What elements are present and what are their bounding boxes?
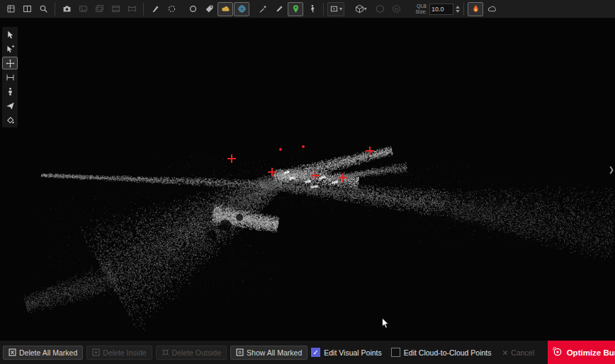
edit-visual-points-checkbox[interactable]: ✓ Edit Visual Points [311,348,382,357]
move-tool-button[interactable] [2,57,18,69]
select-tool-button[interactable] [2,28,18,41]
walk-tool-button[interactable] [304,2,320,16]
photo-icon [79,4,88,13]
button-label: Show All Marked [247,348,302,357]
workspace-icon [6,4,16,13]
paper-plane-icon [6,101,15,110]
checkbox-label: Edit Visual Points [324,348,382,357]
cursor-icon [6,30,15,40]
cube-m-button[interactable]: M [388,2,404,16]
delete-inside-button[interactable]: Delete Inside [86,346,152,360]
person-icon [6,87,15,96]
process-button[interactable] [468,2,483,16]
wand-tool-button[interactable] [255,2,271,16]
control-point-dot[interactable] [279,148,282,151]
cube-alt-button[interactable] [372,2,388,16]
pencil-icon [275,4,284,13]
chevron-down-icon: ▾ [364,6,367,12]
show-all-marked-button[interactable]: Show All Marked [230,346,308,360]
knife-tool-button[interactable] [147,2,163,16]
select-marked-tool-button[interactable] [2,42,18,55]
marker-layer [0,18,615,340]
paint-tool-button[interactable] [2,113,18,126]
pin-tool-button[interactable] [288,2,303,16]
paint-bucket-icon [6,115,15,125]
control-point-marker[interactable] [366,147,374,155]
camera-button[interactable] [59,2,74,16]
cube-alt-icon [376,4,385,13]
control-point-marker[interactable] [227,154,236,163]
toolbar-separator [143,3,144,16]
show-marked-icon [236,348,244,356]
lasso-select-button[interactable] [164,2,179,16]
cube-icon [355,4,364,13]
circle-tool-button[interactable] [185,2,201,16]
qlb-size-input[interactable] [429,4,453,15]
move-icon [6,59,15,68]
toolbar-separator [463,3,464,16]
sphere-tool-button[interactable] [234,2,249,16]
toolbar-separator [55,3,55,16]
stepper-up-icon [456,6,460,8]
photo-stack-button[interactable] [91,2,107,16]
cloud-sync-icon [487,4,497,13]
bottom-toolbar: Delete All Marked Delete Inside Delete O… [0,340,615,364]
delete-all-marked-button[interactable]: Delete All Marked [3,346,83,360]
photo-button[interactable] [75,2,91,16]
check-icon: ✓ [313,349,319,356]
lasso-icon [167,4,176,13]
cloud-sync-button[interactable] [484,2,500,16]
cursor-plus-icon [6,45,15,54]
box-mode-icon [329,4,339,13]
application-window: ▾ ▾ M QLB Size: [0,0,615,364]
tag-icon [205,4,214,13]
film-button[interactable] [108,2,123,16]
control-point-marker[interactable] [311,171,320,180]
measure-icon [6,73,15,82]
chevron-down-icon: ▾ [339,6,342,12]
cube-tool-button[interactable]: ▾ [350,2,371,16]
top-toolbar: ▾ ▾ M QLB Size: [0,0,615,18]
chevron-right-icon: ❯ [609,166,614,174]
button-label: Delete All Marked [19,348,77,357]
pencil-tool-button[interactable] [271,2,287,16]
cube-m-icon: M [392,4,401,13]
edit-cloud-to-cloud-points-checkbox[interactable]: Edit Cloud-to-Cloud Points [391,348,492,357]
person-tool-button[interactable] [2,85,18,98]
knife-icon [151,4,160,13]
measure-tool-button[interactable] [2,71,18,84]
fly-tool-button[interactable] [2,99,18,112]
control-point-marker[interactable] [339,174,347,182]
svg-text:M: M [394,6,397,11]
cancel-button[interactable]: ✕ Cancel [502,348,535,357]
delete-outside-button[interactable]: Delete Outside [156,346,227,360]
control-point-dot[interactable] [302,145,305,148]
wand-icon [259,4,268,13]
workspace-button[interactable] [3,2,18,16]
stepper-down-icon [456,10,460,13]
panels-button[interactable] [19,2,35,16]
cloud-tool-button[interactable] [218,2,233,16]
mouse-cursor [380,317,390,329]
sphere-icon [237,4,247,13]
qlb-size-label: QLB Size: [408,4,427,15]
optimize-bundle-button[interactable]: Optimize Bundle [548,341,615,364]
right-panel-toggle[interactable]: ❯ [609,164,614,174]
left-toolbar [2,27,18,127]
close-icon: ✕ [502,348,509,357]
viewport-3d[interactable]: ❯ [0,18,615,340]
button-label: Cancel [511,348,534,357]
checkbox-unchecked-icon [391,348,400,357]
panorama-button[interactable] [124,2,140,16]
qlb-size-stepper[interactable] [456,6,460,13]
optimize-bundle-icon [552,346,563,358]
selection-mode-dropdown[interactable]: ▾ [327,2,344,16]
panels-icon [23,4,32,13]
delete-marked-icon [9,348,16,356]
toolbar-separator [323,3,324,16]
zoom-window-button[interactable] [35,2,51,16]
film-icon [111,4,120,13]
flame-icon [471,4,480,13]
control-point-marker[interactable] [268,168,276,176]
tag-tool-button[interactable] [201,2,217,16]
